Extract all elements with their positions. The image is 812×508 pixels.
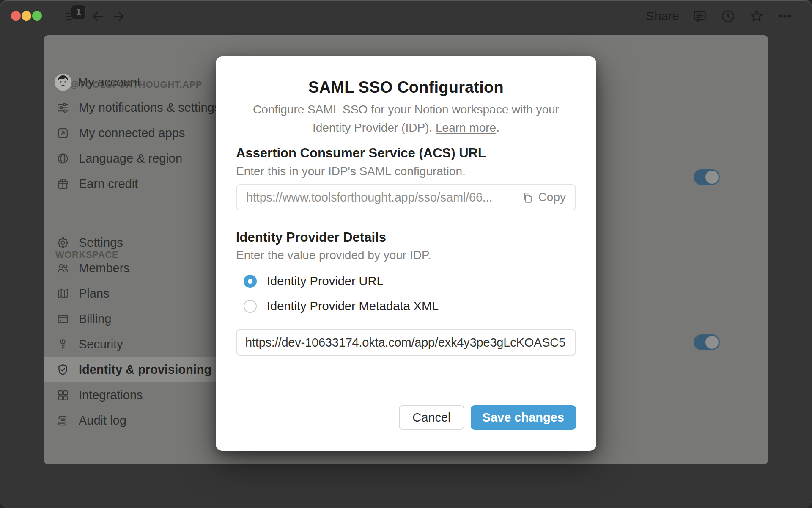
sidebar-item-members[interactable]: Members	[44, 255, 226, 281]
radio-unselected-icon[interactable]	[244, 300, 257, 313]
share-button[interactable]: Share	[646, 9, 679, 23]
close-window-button[interactable]	[11, 11, 21, 21]
forward-arrow-icon[interactable]	[112, 9, 126, 23]
app-window: ME@TOOLSFORTHOUGHT.APP My account My not…	[0, 0, 812, 508]
zoom-window-button[interactable]	[32, 11, 42, 21]
radio-label: Identity Provider URL	[267, 274, 384, 288]
saml-sso-configuration-dialog: SAML SSO Configuration Configure SAML SS…	[216, 56, 596, 451]
dialog-title: SAML SSO Configuration	[216, 78, 596, 97]
sidebar-item-connected-apps[interactable]: My connected apps	[44, 120, 226, 146]
acs-url-field: https://www.toolsforthought.app/sso/saml…	[236, 184, 576, 210]
minimize-window-button[interactable]	[22, 11, 31, 21]
comment-icon[interactable]	[692, 8, 708, 24]
gift-icon	[56, 177, 69, 190]
sidebar-item-language-region[interactable]: Language & region	[44, 146, 226, 171]
radio-identity-provider-url[interactable]: Identity Provider URL	[244, 273, 384, 290]
sidebar-item-label: Earn credit	[79, 177, 138, 191]
sliders-icon	[56, 101, 69, 114]
sidebar-item-security[interactable]: Security	[44, 331, 226, 357]
cancel-button[interactable]: Cancel	[399, 405, 464, 430]
radio-selected-icon[interactable]	[244, 275, 257, 288]
idp-details-helper: Enter the value provided by your IDP.	[236, 248, 431, 262]
window-titlebar: 1 Share	[0, 0, 812, 32]
back-arrow-icon[interactable]	[91, 9, 105, 23]
copy-icon	[521, 191, 534, 204]
sidebar-item-label: My notifications & settings	[79, 101, 220, 115]
sidebar-item-settings[interactable]: Settings	[44, 230, 226, 255]
globe-icon	[56, 152, 69, 165]
toggle-knob	[705, 171, 719, 184]
saml-enabled-toggle[interactable]	[694, 169, 720, 185]
learn-more-link[interactable]: Learn more	[436, 121, 496, 134]
shield-check-icon	[56, 363, 69, 376]
sidebar-item-label: Identity & provisioning	[79, 363, 211, 377]
arrow-up-right-box-icon	[56, 127, 69, 140]
sidebar-item-billing[interactable]: Billing	[44, 306, 226, 331]
people-icon	[56, 262, 69, 275]
sidebar-item-label: Audit log	[79, 414, 126, 428]
sidebar-item-integrations[interactable]: Integrations	[44, 382, 226, 408]
acs-url-value: https://www.toolsforthought.app/sso/saml…	[246, 190, 514, 204]
copy-button[interactable]: Copy	[514, 190, 566, 204]
radio-label: Identity Provider Metadata XML	[267, 299, 439, 313]
idp-url-value: https://dev-10633174.okta.com/app/exk4y3…	[245, 336, 565, 350]
sidebar-item-label: Members	[79, 261, 130, 275]
sidebar-item-plans[interactable]: Plans	[44, 281, 226, 306]
subtitle-suffix: .	[496, 121, 499, 134]
toggle-knob	[705, 336, 719, 349]
key-icon	[56, 338, 69, 351]
grid-icon	[56, 389, 69, 402]
scroll-icon	[56, 414, 69, 427]
update-count-badge: 1	[71, 5, 86, 19]
copy-label: Copy	[538, 190, 566, 204]
dialog-subtitle: Configure SAML SSO for your Notion works…	[245, 100, 567, 137]
save-changes-button[interactable]: Save changes	[471, 405, 576, 430]
sidebar-item-label: Integrations	[79, 388, 143, 402]
gear-icon	[56, 236, 69, 249]
map-icon	[56, 287, 69, 300]
sidebar-item-label: My account	[78, 75, 140, 89]
subtitle-text: Configure SAML SSO for your Notion works…	[253, 103, 559, 134]
sidebar-item-label: My connected apps	[79, 126, 185, 140]
idp-url-input[interactable]: https://dev-10633174.okta.com/app/exk4y3…	[236, 329, 576, 356]
sidebar-item-earn-credit[interactable]: Earn credit	[44, 171, 226, 196]
sidebar-item-label: Billing	[79, 312, 111, 326]
star-icon[interactable]	[749, 8, 765, 24]
sidebar-item-notifications-settings[interactable]: My notifications & settings	[44, 95, 226, 120]
sidebar-item-audit-log[interactable]: Audit log	[44, 408, 226, 433]
sidebar-item-my-account[interactable]: My account	[44, 69, 226, 95]
sidebar-item-label: Plans	[79, 287, 110, 301]
idp-details-heading: Identity Provider Details	[236, 230, 386, 245]
avatar	[54, 73, 72, 91]
ellipsis-icon[interactable]	[777, 8, 793, 24]
scim-enabled-toggle[interactable]	[694, 334, 720, 350]
radio-identity-provider-metadata-xml[interactable]: Identity Provider Metadata XML	[244, 298, 439, 315]
sidebar-item-label: Language & region	[79, 152, 182, 166]
sidebar-item-label: Settings	[79, 236, 123, 250]
acs-url-helper: Enter this in your IDP's SAML configurat…	[236, 165, 466, 178]
credit-card-icon	[56, 312, 69, 326]
acs-url-heading: Assertion Consumer Service (ACS) URL	[236, 146, 486, 161]
sidebar-item-label: Security	[79, 337, 123, 351]
clock-icon[interactable]	[720, 8, 736, 24]
sidebar-item-identity-provisioning[interactable]: Identity & provisioning	[44, 357, 226, 382]
